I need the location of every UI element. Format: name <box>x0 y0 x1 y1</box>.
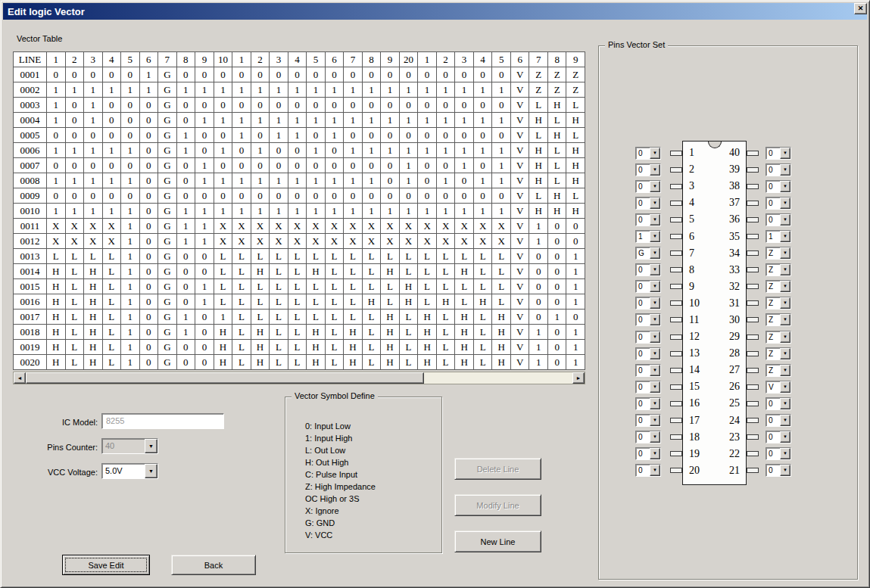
close-button[interactable]: ✕ <box>854 3 867 14</box>
dropdown-arrow-icon: ▼ <box>780 247 790 259</box>
pin-8-combo[interactable]: 0▼ <box>635 263 661 276</box>
vector-table-row[interactable]: 0003101000G000000000000000000VLHL <box>14 98 585 113</box>
pin-3-combo[interactable]: 0▼ <box>635 180 661 193</box>
vector-cell: 0 <box>139 264 158 279</box>
horizontal-scrollbar[interactable]: ◄ ► <box>13 372 585 384</box>
pin-21-combo[interactable]: 0▼ <box>766 464 791 477</box>
pin-36-combo[interactable]: 0▼ <box>766 213 791 226</box>
pin-33-combo[interactable]: Z▼ <box>766 263 791 276</box>
vector-cell: 1 <box>455 158 474 173</box>
pin-27-combo[interactable]: Z▼ <box>766 364 791 377</box>
back-button[interactable]: Back <box>171 555 256 575</box>
pin-39-combo[interactable]: 0▼ <box>766 163 791 176</box>
pin-26-combo[interactable]: V▼ <box>766 381 791 394</box>
new-line-button[interactable]: New Line <box>454 530 541 552</box>
vector-cell: 1 <box>214 173 232 188</box>
scroll-right-button[interactable]: ► <box>572 372 585 384</box>
pin-vector-value: V <box>766 381 780 393</box>
pin-19-combo[interactable]: 0▼ <box>635 447 661 460</box>
vector-cell: L <box>232 249 251 264</box>
vector-table-row[interactable]: 0012XXXX10G11XXXXXXXXXXXXXXXXV100 <box>14 234 585 249</box>
scroll-left-button[interactable]: ◄ <box>14 372 26 384</box>
pin-32-combo[interactable]: Z▼ <box>766 280 791 293</box>
vector-table-row[interactable]: 0004101000G011111111111111111VHLH <box>14 113 585 128</box>
pin-1-combo[interactable]: 0▼ <box>635 147 661 160</box>
pin-28-combo[interactable]: Z▼ <box>766 347 791 360</box>
vector-table-row[interactable]: 0016HLHL10G01LLLLLLLLHLHLHLHLV001 <box>14 294 585 310</box>
pin-15-combo[interactable]: 0▼ <box>635 381 661 394</box>
vector-table-row[interactable]: 0009000000G000000000000000000VLHL <box>14 188 585 204</box>
pin-16-combo[interactable]: 0▼ <box>635 397 661 410</box>
vector-cell: H <box>381 310 400 325</box>
pin-31-combo[interactable]: Z▼ <box>766 297 791 310</box>
vector-cell: 0 <box>84 188 103 204</box>
vector-cell: X <box>473 219 492 234</box>
pin-10-combo[interactable]: 0▼ <box>635 297 661 310</box>
vector-cell: X <box>270 219 288 234</box>
pin-4-combo[interactable]: 0▼ <box>635 197 661 210</box>
vector-table-row[interactable]: 0018HLHL10G10HLHLLHLHLHLHLHLHV101 <box>14 325 585 340</box>
vector-table-row[interactable]: 0005000000G100101101000000000VLHL <box>14 128 585 143</box>
pin-12-combo[interactable]: 0▼ <box>635 331 661 344</box>
vector-cell: 0 <box>473 98 492 113</box>
vector-table-row[interactable]: 0001000001G000000000000000000VZZZ <box>14 67 585 82</box>
delete-line-label: Delete Line <box>477 465 519 474</box>
pin-6-combo[interactable]: 1▼ <box>635 230 661 243</box>
pin-11-combo[interactable]: 0▼ <box>635 313 661 326</box>
save-edit-button[interactable]: Save Edit <box>62 555 150 575</box>
vector-cell: H <box>84 294 103 310</box>
dropdown-arrow-icon: ▼ <box>650 431 660 443</box>
vcc-voltage-combo[interactable]: 5.0V ▼ <box>101 463 158 479</box>
pin-5-combo[interactable]: 0▼ <box>635 213 661 226</box>
vector-table-row[interactable]: 0013LLLL10G00LLLLLLLLLLLLLLLLV001 <box>14 249 585 264</box>
vector-cell: 1 <box>325 204 344 219</box>
pins-counter-combo[interactable]: 40 ▼ <box>101 438 158 454</box>
pin-34-combo[interactable]: Z▼ <box>766 247 791 260</box>
pin-9-combo[interactable]: 0▼ <box>635 280 661 293</box>
pin-24-combo[interactable]: 0▼ <box>766 414 791 427</box>
pin-vector-value: Z <box>766 297 780 309</box>
pin-14-combo[interactable]: 0▼ <box>635 364 661 377</box>
scrollbar-thumb[interactable] <box>26 372 424 384</box>
vector-table-row[interactable]: 0007000000G010000000000100101VHLH <box>14 158 585 173</box>
pin-vector-value: 0 <box>766 415 780 426</box>
pin-2-combo[interactable]: 0▼ <box>635 163 661 176</box>
vector-table-row[interactable]: 0015HLHL10G01LLLLLLLLLLHLLLLLV001 <box>14 279 585 294</box>
pin-row: 0▼4370▼ <box>635 194 793 211</box>
vector-table-row[interactable]: 0017HLHL10G101LLLLLLLLHLHLHLHV010 <box>14 310 585 325</box>
pin-20-combo[interactable]: 0▼ <box>635 464 661 477</box>
pin-7-combo[interactable]: G▼ <box>635 247 661 260</box>
pin-37-combo[interactable]: 0▼ <box>766 197 791 210</box>
vector-cell: 1 <box>121 219 140 234</box>
pin-18-combo[interactable]: 0▼ <box>635 431 661 443</box>
vector-cell: 0 <box>251 188 270 204</box>
vector-table-row[interactable]: 0010111110G111111111111111111VHHH <box>14 204 585 219</box>
pin-38-combo[interactable]: 0▼ <box>766 180 791 193</box>
pin-13-combo[interactable]: 0▼ <box>635 347 661 360</box>
vector-cell: 1 <box>344 143 363 158</box>
pin-25-combo[interactable]: 0▼ <box>766 397 791 410</box>
pin-30-combo[interactable]: Z▼ <box>766 313 791 326</box>
modify-line-button[interactable]: Modify Line <box>454 494 541 516</box>
vector-cell: X <box>47 219 66 234</box>
dropdown-arrow-icon: ▼ <box>780 231 790 242</box>
vector-table-row[interactable]: 0014HLHL10G00LLHLLHLLLHLLLHLLV001 <box>14 264 585 279</box>
vector-table-row[interactable]: 0006111110G101010010111111111VHLH <box>14 143 585 158</box>
pin-40-combo[interactable]: 0▼ <box>766 147 791 160</box>
vector-cell: 1 <box>399 113 418 128</box>
vector-table-row[interactable]: 0008111110G011111111110101011VHLH <box>14 173 585 188</box>
vector-cell: 0 <box>47 67 66 82</box>
vector-table-row[interactable]: 0019HLHL10G00HLHLLHLHLHLHLHLHV101 <box>14 340 585 355</box>
vector-table-row[interactable]: 0020HLHL10G00HLHLLHLHLHLHLHLHV101 <box>14 355 585 370</box>
vector-table-row[interactable]: 0011XXXX10G11XXXXXXXXXXXXXXXXV100 <box>14 219 585 234</box>
vector-table-row[interactable]: 0002111111G111111111111111111VZZZ <box>14 82 585 98</box>
pin-23-combo[interactable]: 0▼ <box>766 431 791 443</box>
pin-17-combo[interactable]: 0▼ <box>635 414 661 427</box>
pin-22-combo[interactable]: 0▼ <box>766 447 791 460</box>
delete-line-button[interactable]: Delete Line <box>454 458 541 480</box>
pin-29-combo[interactable]: Z▼ <box>766 331 791 344</box>
vector-cell: L <box>473 325 492 340</box>
pin-35-combo[interactable]: 1▼ <box>766 230 791 243</box>
ic-model-field[interactable]: 8255 <box>101 413 224 429</box>
vector-cell: 1 <box>65 143 84 158</box>
